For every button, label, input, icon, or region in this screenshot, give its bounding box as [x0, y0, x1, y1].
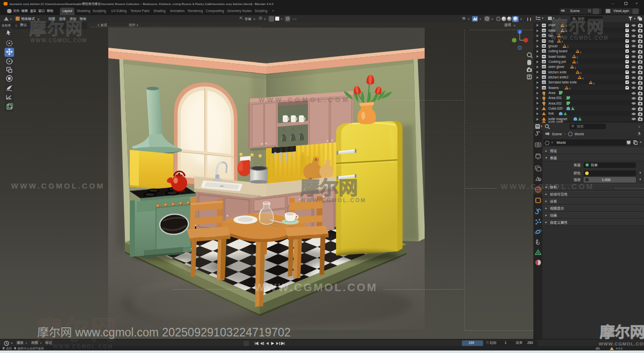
- svg-text:Z: Z: [519, 31, 521, 34]
